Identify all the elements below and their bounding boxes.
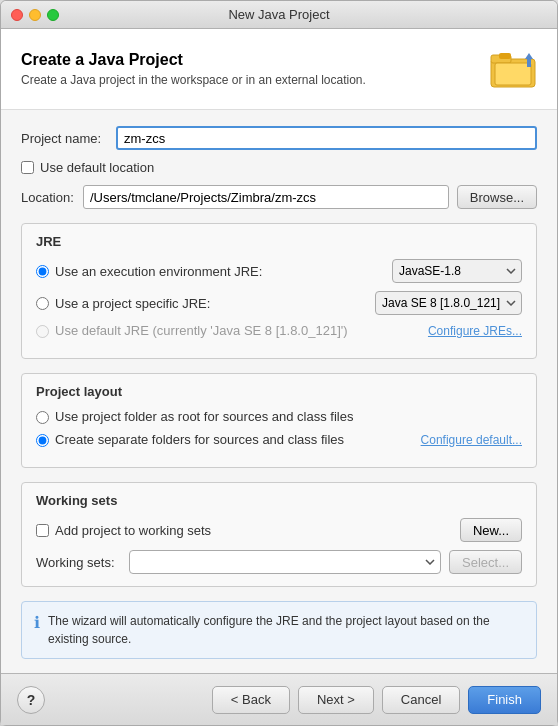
jre-radio1[interactable] (36, 265, 49, 278)
working-sets-section: Working sets Add project to working sets… (21, 482, 537, 587)
traffic-lights (11, 9, 59, 21)
add-to-working-sets-checkbox[interactable] (36, 524, 49, 537)
window: New Java Project Create a Java Project C… (0, 0, 558, 726)
folder-icon (489, 45, 537, 93)
use-default-location-checkbox[interactable] (21, 161, 34, 174)
jre-radio1-row: Use an execution environment JRE: JavaSE… (36, 259, 522, 283)
layout-radio1-row: Use project folder as root for sources a… (36, 409, 522, 424)
jre-radio3-row: Use default JRE (currently 'Java SE 8 [1… (36, 323, 522, 338)
jre-radio2[interactable] (36, 297, 49, 310)
working-sets-title: Working sets (36, 493, 522, 508)
finish-button[interactable]: Finish (468, 686, 541, 714)
add-to-working-sets-label[interactable]: Add project to working sets (55, 523, 211, 538)
project-layout-section: Project layout Use project folder as roo… (21, 373, 537, 468)
project-name-row: Project name: (21, 126, 537, 150)
layout-radio2-label[interactable]: Create separate folders for sources and … (55, 432, 421, 447)
project-layout-title: Project layout (36, 384, 522, 399)
content: Create a Java Project Create a Java proj… (1, 29, 557, 725)
svg-marker-4 (525, 53, 533, 59)
titlebar: New Java Project (1, 1, 557, 29)
jre-dropdown2[interactable]: Java SE 8 [1.8.0_121] (375, 291, 522, 315)
back-button[interactable]: < Back (212, 686, 290, 714)
use-default-location-label[interactable]: Use default location (40, 160, 154, 175)
jre-radio2-row: Use a project specific JRE: Java SE 8 [1… (36, 291, 522, 315)
layout-radio2[interactable] (36, 434, 49, 447)
project-name-input[interactable] (116, 126, 537, 150)
form-area: Project name: Use default location Locat… (1, 110, 557, 673)
layout-radio1[interactable] (36, 411, 49, 424)
working-sets-label: Working sets: (36, 555, 121, 570)
layout-radio1-label[interactable]: Use project folder as root for sources a… (55, 409, 522, 424)
browse-button[interactable]: Browse... (457, 185, 537, 209)
jre-radio3-label: Use default JRE (currently 'Java SE 8 [1… (55, 323, 428, 338)
location-row: Location: Browse... (21, 185, 537, 209)
jre-dropdown1[interactable]: JavaSE-1.8 JavaSE-11 JavaSE-17 (392, 259, 522, 283)
configure-jres-link[interactable]: Configure JREs... (428, 324, 522, 338)
jre-radio3[interactable] (36, 325, 49, 338)
header-text: Create a Java Project Create a Java proj… (21, 51, 366, 87)
configure-default-link[interactable]: Configure default... (421, 433, 522, 447)
layout-radio2-row: Create separate folders for sources and … (36, 432, 522, 447)
use-default-location-row: Use default location (21, 160, 537, 175)
header-section: Create a Java Project Create a Java proj… (1, 29, 557, 110)
jre-radio2-label[interactable]: Use a project specific JRE: (55, 296, 375, 311)
bottom-bar: ? < Back Next > Cancel Finish (1, 673, 557, 725)
add-to-working-sets-row: Add project to working sets (36, 523, 211, 538)
minimize-button[interactable] (29, 9, 41, 21)
svg-rect-2 (495, 63, 531, 85)
new-working-set-button[interactable]: New... (460, 518, 522, 542)
maximize-button[interactable] (47, 9, 59, 21)
project-name-label: Project name: (21, 131, 116, 146)
jre-dropdown2-wrapper: Java SE 8 [1.8.0_121] (375, 291, 522, 315)
svg-rect-3 (499, 53, 511, 59)
jre-radio1-label[interactable]: Use an execution environment JRE: (55, 264, 392, 279)
info-box: ℹ The wizard will automatically configur… (21, 601, 537, 659)
page-title: Create a Java Project (21, 51, 366, 69)
location-input[interactable] (83, 185, 449, 209)
page-subtitle: Create a Java project in the workspace o… (21, 73, 366, 87)
jre-section: JRE Use an execution environment JRE: Ja… (21, 223, 537, 359)
info-text: The wizard will automatically configure … (48, 612, 524, 648)
jre-section-title: JRE (36, 234, 522, 249)
close-button[interactable] (11, 9, 23, 21)
help-button[interactable]: ? (17, 686, 45, 714)
info-icon: ℹ (34, 613, 40, 632)
next-button[interactable]: Next > (298, 686, 374, 714)
window-title: New Java Project (228, 7, 329, 22)
svg-rect-5 (527, 59, 531, 67)
select-working-set-button[interactable]: Select... (449, 550, 522, 574)
jre-dropdown1-wrapper: JavaSE-1.8 JavaSE-11 JavaSE-17 (392, 259, 522, 283)
working-sets-dropdown[interactable] (129, 550, 441, 574)
location-label: Location: (21, 190, 83, 205)
cancel-button[interactable]: Cancel (382, 686, 460, 714)
working-sets-dropdown-row: Working sets: Select... (36, 550, 522, 574)
